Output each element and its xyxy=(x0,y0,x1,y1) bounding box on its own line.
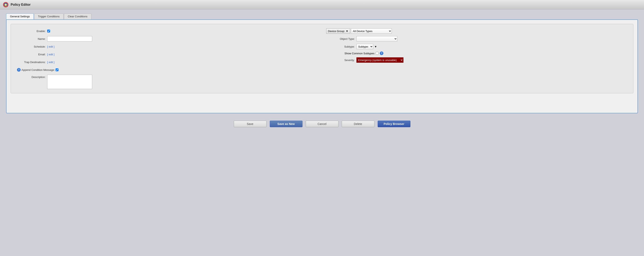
schedule-edit-link[interactable]: [ edit ] xyxy=(47,45,54,48)
device-group-button-label: Device Group: xyxy=(328,30,345,33)
page-title: Policy Editor xyxy=(11,3,31,6)
right-column: Device Group: ▼ All Device Types Object … xyxy=(326,28,627,89)
subtype-control: Subtype: ▼ xyxy=(356,44,377,49)
severity-label: Severity: xyxy=(326,59,355,62)
main-area: General Settings Trigger Conditions Clea… xyxy=(0,9,644,117)
tab-clear-conditions[interactable]: Clear Conditions xyxy=(64,13,91,19)
tab-general-settings[interactable]: General Settings xyxy=(6,13,34,19)
cancel-button[interactable]: Cancel xyxy=(306,121,338,127)
show-common-row: Show Common Subtypes ? xyxy=(326,51,627,55)
append-row: ? Append Condition Message: xyxy=(17,67,318,73)
enable-row: Enable: xyxy=(17,28,318,34)
subtype-select[interactable]: Subtype: xyxy=(356,44,373,49)
device-group-select[interactable]: All Device Types xyxy=(351,28,392,34)
show-common-label: Show Common Subtypes xyxy=(344,52,375,55)
tab-trigger-conditions[interactable]: Trigger Conditions xyxy=(34,13,64,19)
save-new-button[interactable]: Save as New xyxy=(270,121,302,127)
svg-point-2 xyxy=(5,4,6,5)
description-textarea[interactable] xyxy=(47,75,92,89)
severity-row: Severity: Emergency (system is unusable) xyxy=(326,57,627,63)
name-row: Name: xyxy=(17,36,318,42)
header: Policy Editor xyxy=(0,0,644,9)
show-common-checkbox[interactable] xyxy=(376,52,378,55)
name-input[interactable] xyxy=(47,36,92,41)
subtype-arrow: ▼ xyxy=(374,45,377,48)
form-layout: Enable: Name: Schedule: [ edit ] xyxy=(17,28,627,89)
description-label: Description: xyxy=(17,75,46,79)
app-icon xyxy=(3,2,8,7)
save-button[interactable]: Save xyxy=(234,121,266,127)
object-type-select[interactable] xyxy=(356,36,397,41)
delete-button[interactable]: Delete xyxy=(342,121,374,127)
trap-edit-link[interactable]: [ edit ] xyxy=(47,61,54,64)
email-row: Email: [ edit ] xyxy=(17,51,318,57)
append-checkbox[interactable] xyxy=(56,68,58,71)
trap-row: Trap Destinations: [ edit ] xyxy=(17,59,318,65)
trap-label: Trap Destinations: xyxy=(17,61,46,64)
description-row: Description: xyxy=(17,75,318,89)
enable-label: Enable: xyxy=(17,30,46,33)
device-group-row: Device Group: ▼ All Device Types xyxy=(326,28,627,34)
object-type-row: Object Type: xyxy=(326,36,627,42)
email-edit-link[interactable]: [ edit ] xyxy=(47,53,54,56)
device-group-button[interactable]: Device Group: ▼ xyxy=(326,28,350,34)
schedule-row: Schedule: [ edit ] xyxy=(17,44,318,49)
main-panel: Enable: Name: Schedule: [ edit ] xyxy=(6,19,638,113)
enable-checkbox[interactable] xyxy=(47,30,50,32)
show-common-help-icon[interactable]: ? xyxy=(380,51,384,55)
schedule-label: Schedule: xyxy=(17,45,46,48)
append-help-icon[interactable]: ? xyxy=(17,68,21,72)
footer: Save Save as New Cancel Delete Policy Br… xyxy=(0,117,644,131)
severity-select[interactable]: Emergency (system is unusable) xyxy=(356,57,404,63)
policy-browser-button[interactable]: Policy Browser xyxy=(378,121,410,127)
subtype-label: Subtype: xyxy=(326,45,355,48)
subtype-row: Subtype: Subtype: ▼ xyxy=(326,44,627,49)
tabs-container: General Settings Trigger Conditions Clea… xyxy=(6,13,638,19)
device-group-dropdown-arrow: ▼ xyxy=(346,30,348,33)
left-column: Enable: Name: Schedule: [ edit ] xyxy=(17,28,318,89)
append-label: Append Condition Message: xyxy=(22,68,55,71)
object-type-label: Object Type: xyxy=(326,37,355,40)
form-box: Enable: Name: Schedule: [ edit ] xyxy=(11,24,633,93)
email-label: Email: xyxy=(17,53,46,56)
device-group-control: Device Group: ▼ All Device Types xyxy=(326,28,392,34)
name-label: Name: xyxy=(17,37,46,40)
